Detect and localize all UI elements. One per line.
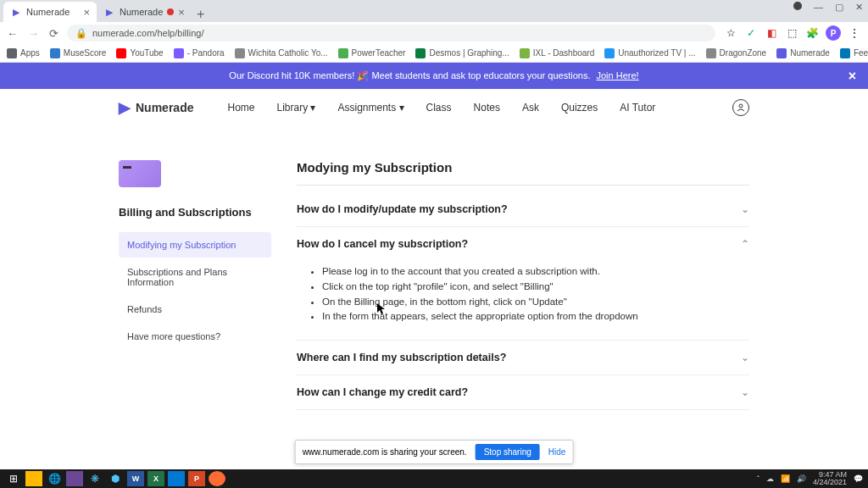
bookmark-desmos[interactable]: Desmos | Graphing... (415, 48, 509, 58)
recording-icon (167, 8, 174, 15)
bookmark-pandora[interactable]: - Pandora (174, 48, 225, 58)
task-chrome[interactable]: 🌐 (46, 471, 63, 486)
browser-tab-1[interactable]: ▶ Numerade × (3, 2, 97, 22)
sidebar-item-refunds[interactable]: Refunds (119, 297, 271, 322)
sidebar-title: Billing and Subscriptions (119, 206, 271, 219)
chevron-down-icon: ⌄ (741, 352, 749, 363)
tab-close-icon[interactable]: × (83, 6, 90, 19)
nav-quizzes[interactable]: Quizzes (561, 102, 598, 114)
bookmark-wichita[interactable]: Wichita Catholic Yo... (235, 48, 328, 58)
stop-sharing-button[interactable]: Stop sharing (476, 444, 540, 460)
banner-close-icon[interactable]: × (849, 69, 856, 84)
tray-wifi-icon[interactable]: 📶 (781, 474, 790, 483)
faq-question: How do I cancel my subscription? (297, 238, 468, 250)
task-excel[interactable]: X (147, 471, 164, 486)
faq-body: Please log in to the account that you cr… (297, 261, 749, 340)
profile-icon[interactable] (732, 99, 749, 116)
record-indicator (793, 2, 802, 10)
nav-assignments[interactable]: Assignments ▾ (338, 102, 404, 114)
task-word[interactable]: W (127, 471, 144, 486)
tab-title: Numerade (120, 7, 163, 17)
faq-header[interactable]: Where can I find my subscription details… (297, 341, 749, 374)
url-text: numerade.com/help/billing/ (92, 28, 203, 38)
task-app-1[interactable] (66, 471, 83, 486)
close-button[interactable]: ✕ (855, 2, 863, 13)
faq-step: In the form that appears, select the app… (322, 309, 749, 324)
faq-question: Where can I find my subscription details… (297, 352, 506, 363)
minimize-button[interactable]: — (814, 2, 823, 13)
sidebar-item-questions[interactable]: Have more questions? (119, 324, 271, 349)
nav-class[interactable]: Class (426, 102, 452, 114)
tab-bar: ▶ Numerade × ▶ Numerade × + (0, 0, 868, 22)
favicon-icon: ▶ (10, 6, 22, 18)
url-input[interactable]: 🔒 numerade.com/help/billing/ (67, 25, 715, 42)
banner-link[interactable]: Join Here! (597, 70, 639, 80)
sidebar-item-modifying[interactable]: Modifying my Subscription (119, 232, 271, 258)
hide-sharing-button[interactable]: Hide (548, 447, 566, 457)
tab-title: Numerade (26, 7, 79, 17)
new-tab-button[interactable]: + (192, 7, 209, 22)
extension-icon-3[interactable]: ⬚ (785, 26, 798, 40)
faq-modify: How do I modify/update my subscription? … (297, 192, 749, 227)
faq-step: On the Billing page, in the bottom right… (322, 295, 749, 310)
task-powerpoint[interactable]: P (188, 471, 205, 486)
extension-icon-1[interactable]: ✓ (744, 26, 758, 40)
bookmark-youtube[interactable]: YouTube (116, 48, 163, 58)
maximize-button[interactable]: ▢ (835, 2, 843, 13)
faq-header[interactable]: How do I cancel my subscription? ⌃ (297, 227, 749, 261)
screen-share-notice: www.numerade.com is sharing your screen.… (295, 440, 574, 464)
bookmark-linkedin[interactable]: Feed | LinkedIn (840, 48, 868, 58)
bookmark-musescore[interactable]: MuseScore (50, 48, 107, 58)
start-button[interactable]: ⊞ (5, 471, 22, 486)
task-app-5[interactable] (209, 471, 225, 486)
tray-volume-icon[interactable]: 🔊 (797, 474, 806, 483)
apps-button[interactable]: Apps (7, 48, 40, 58)
task-app-3[interactable]: ⬢ (107, 471, 124, 486)
system-clock[interactable]: 9:47 AM 4/24/2021 (813, 471, 847, 486)
main-nav: ▶ Numerade Home Library ▾ Assignments ▾ … (0, 89, 868, 126)
announcement-banner: Our Discord hit 10K members! 🎉 Meet stud… (0, 63, 868, 89)
bookmark-ixl[interactable]: IXL - Dashboard (520, 48, 594, 58)
bookmark-numerade[interactable]: Numerade (776, 48, 830, 58)
chevron-down-icon: ⌄ (741, 203, 749, 215)
logo-text: Numerade (136, 101, 193, 114)
menu-icon[interactable]: ⋮ (848, 26, 861, 40)
tray-up-icon[interactable]: ˆ (757, 474, 760, 483)
extension-icon-2[interactable]: ◧ (765, 26, 778, 40)
task-explorer[interactable] (25, 471, 42, 486)
task-app-4[interactable] (168, 471, 185, 486)
page-title: Modying my Subscription (297, 160, 749, 186)
faq-question: How can I change my credit card? (297, 386, 468, 398)
faq-question: How do I modify/update my subscription? (297, 203, 508, 215)
notification-icon[interactable]: 💬 (854, 474, 863, 483)
logo[interactable]: ▶ Numerade (119, 98, 193, 117)
faq-header[interactable]: How do I modify/update my subscription? … (297, 192, 749, 226)
browser-tab-2[interactable]: ▶ Numerade × (97, 2, 192, 22)
faq-details: Where can I find my subscription details… (297, 341, 749, 375)
nav-notes[interactable]: Notes (474, 102, 500, 114)
billing-illustration (119, 160, 161, 187)
nav-aitutor[interactable]: AI Tutor (620, 102, 655, 114)
profile-avatar[interactable]: P (826, 25, 841, 41)
nav-ask[interactable]: Ask (522, 102, 539, 114)
faq-header[interactable]: How can I change my credit card? ⌄ (297, 375, 749, 409)
bookmark-powerteacher[interactable]: PowerTeacher (338, 48, 406, 58)
chevron-up-icon: ⌃ (741, 238, 749, 250)
faq-credit-card: How can I change my credit card? ⌄ (297, 375, 749, 410)
sidebar-item-plans[interactable]: Subscriptions and Plans Information (119, 259, 271, 295)
tab-close-icon[interactable]: × (178, 6, 185, 19)
task-app-2[interactable]: ❋ (86, 471, 103, 486)
nav-home[interactable]: Home (227, 102, 254, 114)
sidebar: Billing and Subscriptions Modifying my S… (119, 160, 271, 410)
share-text: www.numerade.com is sharing your screen. (303, 447, 467, 457)
banner-text: Our Discord hit 10K members! 🎉 Meet stud… (229, 70, 638, 81)
reload-button[interactable]: ⟳ (49, 27, 58, 40)
star-icon[interactable]: ☆ (724, 26, 737, 40)
forward-button[interactable]: → (28, 27, 39, 40)
back-button[interactable]: ← (7, 27, 18, 40)
nav-library[interactable]: Library ▾ (276, 102, 315, 114)
extensions-menu-icon[interactable]: 🧩 (805, 26, 819, 40)
bookmark-dragonzone[interactable]: DragonZone (706, 48, 767, 58)
tray-cloud-icon[interactable]: ☁ (766, 474, 774, 483)
bookmark-unauthorized[interactable]: Unauthorized TV | ... (604, 48, 695, 58)
